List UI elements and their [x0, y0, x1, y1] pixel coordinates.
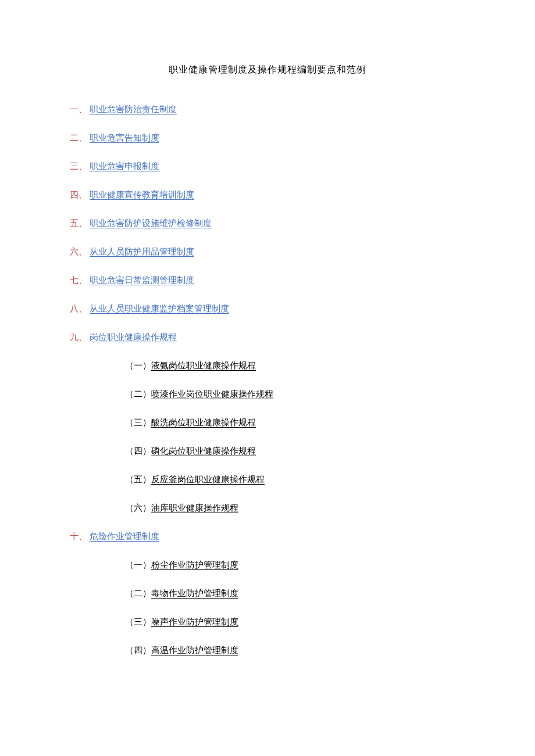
toc-link-4[interactable]: 职业健康宣传教育培训制度 — [90, 190, 194, 199]
sub-list-9: （一）液氨岗位职业健康操作规程 （二）喷漆作业岗位职业健康操作规程 （三）酸洗岗… — [70, 359, 465, 515]
toc-num: 二、 — [70, 133, 87, 142]
toc-num: 三、 — [70, 162, 87, 171]
toc-num: 一、 — [70, 105, 87, 114]
toc-item: 五、职业危害防护设施维护检修制度 — [70, 216, 465, 230]
sub-link-9-3[interactable]: 酸洗岗位职业健康操作规程 — [151, 418, 256, 427]
sub-num: （二） — [125, 389, 151, 399]
sub-item: （三）噪声作业防护管理制度 — [125, 615, 465, 629]
sub-item: （二）毒物作业防护管理制度 — [125, 586, 465, 600]
toc-link-3[interactable]: 职业危害申报制度 — [90, 162, 159, 171]
sub-num: （二） — [125, 589, 151, 598]
sub-item: （六）油库职业健康操作规程 — [125, 501, 465, 515]
sub-item: （四）磷化岗位职业健康操作规程 — [125, 444, 465, 458]
sub-item: （四）高温作业防护管理制度 — [125, 643, 465, 657]
toc-link-7[interactable]: 职业危害日常监测管理制度 — [90, 275, 194, 285]
sub-num: （三） — [125, 418, 151, 427]
toc-num: 十、 — [70, 532, 87, 541]
toc-num: 七、 — [70, 275, 87, 285]
sub-link-9-5[interactable]: 反应釜岗位职业健康操作规程 — [151, 475, 265, 484]
toc-item: 二、职业危害告知制度 — [70, 131, 465, 145]
toc-item: 九、岗位职业健康操作规程 — [70, 330, 465, 344]
sub-item: （二）喷漆作业岗位职业健康操作规程 — [125, 387, 465, 401]
sub-item: （一）粉尘作业防护管理制度 — [125, 558, 465, 572]
sub-link-9-4[interactable]: 磷化岗位职业健康操作规程 — [151, 446, 256, 456]
sub-item: （一）液氨岗位职业健康操作规程 — [125, 359, 465, 372]
toc-item: 一、职业危害防治责任制度 — [70, 102, 465, 116]
toc-item: 六、从业人员防护用品管理制度 — [70, 245, 465, 259]
toc-num: 九、 — [70, 332, 87, 342]
sub-link-9-6[interactable]: 油库职业健康操作规程 — [151, 503, 238, 513]
toc-item: 八、从业人员职业健康监护档案管理制度 — [70, 302, 465, 316]
toc-link-9[interactable]: 岗位职业健康操作规程 — [90, 332, 177, 342]
sub-num: （四） — [125, 446, 151, 456]
toc-item: 七、职业危害日常监测管理制度 — [70, 273, 465, 287]
sub-num: （六） — [125, 503, 151, 513]
toc-num: 五、 — [70, 218, 87, 228]
sub-num: （五） — [125, 475, 151, 484]
toc-link-10[interactable]: 危险作业管理制度 — [90, 532, 159, 541]
toc-num: 六、 — [70, 247, 87, 256]
sub-link-10-4[interactable]: 高温作业防护管理制度 — [151, 646, 238, 655]
toc-item: 四、职业健康宣传教育培训制度 — [70, 188, 465, 202]
toc-num: 八、 — [70, 304, 87, 313]
sub-link-9-1[interactable]: 液氨岗位职业健康操作规程 — [151, 361, 256, 370]
sub-num: （一） — [125, 361, 151, 370]
toc-item: 三、职业危害申报制度 — [70, 159, 465, 173]
sub-link-10-3[interactable]: 噪声作业防护管理制度 — [151, 617, 238, 626]
sub-item: （五）反应釜岗位职业健康操作规程 — [125, 472, 465, 486]
sub-num: （一） — [125, 560, 151, 569]
sub-link-10-2[interactable]: 毒物作业防护管理制度 — [151, 589, 238, 598]
toc-num: 四、 — [70, 190, 87, 199]
sub-item: （三）酸洗岗位职业健康操作规程 — [125, 415, 465, 429]
toc-link-8[interactable]: 从业人员职业健康监护档案管理制度 — [90, 304, 229, 313]
sub-num: （三） — [125, 617, 151, 626]
toc-link-1[interactable]: 职业危害防治责任制度 — [90, 105, 177, 114]
sub-num: （四） — [125, 646, 151, 655]
sub-link-10-1[interactable]: 粉尘作业防护管理制度 — [151, 560, 238, 569]
sub-link-9-2[interactable]: 喷漆作业岗位职业健康操作规程 — [151, 389, 273, 399]
toc-link-2[interactable]: 职业危害告知制度 — [90, 133, 159, 142]
toc-item: 十、危险作业管理制度 — [70, 529, 465, 543]
toc-link-5[interactable]: 职业危害防护设施维护检修制度 — [90, 218, 212, 228]
document-title: 职业健康管理制度及操作规程编制要点和范例 — [70, 64, 465, 76]
sub-list-10: （一）粉尘作业防护管理制度 （二）毒物作业防护管理制度 （三）噪声作业防护管理制… — [70, 558, 465, 657]
toc-link-6[interactable]: 从业人员防护用品管理制度 — [90, 247, 194, 256]
